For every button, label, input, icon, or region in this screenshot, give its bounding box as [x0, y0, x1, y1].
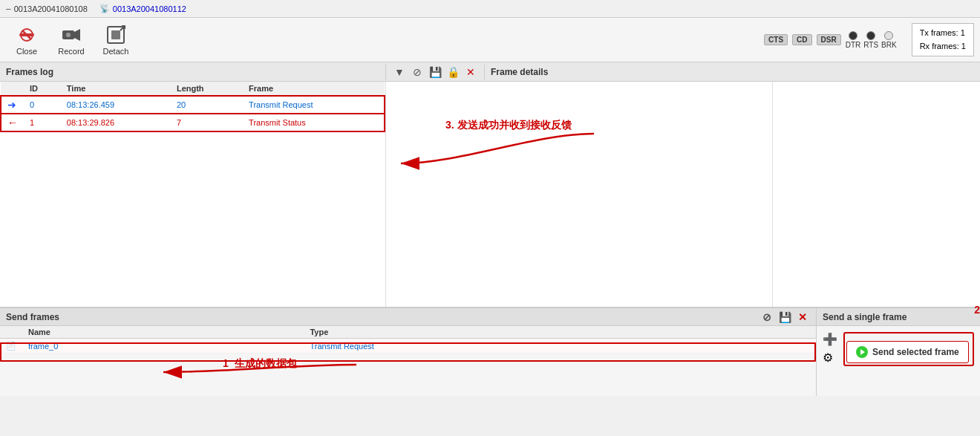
sf-close-icon[interactable]: ✕	[795, 310, 810, 325]
brk-led	[884, 31, 893, 40]
sf-col-type: Type	[304, 326, 816, 339]
close-log-icon[interactable]: ✕	[463, 65, 478, 79]
send-frames-row[interactable]: 📄 frame_0 Transmit Request	[0, 339, 816, 354]
bottom-section: Send frames ⊘ 💾 ✕ Name Type 📄	[0, 307, 980, 396]
clear-icon[interactable]: ⊘	[410, 65, 425, 79]
serial-indicators: CTS CD DSR DTR RTS BRK	[764, 31, 897, 49]
row-time-1: 08:13:29.826	[61, 114, 171, 131]
filter-icon[interactable]: ▼	[392, 65, 407, 79]
col-id: ID	[24, 82, 61, 96]
single-frame-header: Send a single frame	[817, 308, 980, 326]
step1-annotation: 1 生成的数据包	[223, 357, 297, 371]
tx-counter: Tx frames: 1	[920, 27, 966, 40]
frame-details-panel	[772, 82, 980, 307]
device-id-2: 0013A20041080112	[113, 4, 186, 13]
rts-led	[866, 31, 875, 40]
record-icon	[61, 25, 82, 45]
detach-label: Detach	[103, 47, 129, 56]
svg-rect-7	[111, 30, 120, 39]
sf-save-icon[interactable]: 💾	[777, 310, 792, 325]
frames-log-title: Frames log	[0, 64, 386, 80]
send-selected-frame-button[interactable]: Send selected frame	[846, 341, 969, 363]
save-icon[interactable]: 💾	[428, 65, 442, 79]
close-button[interactable]: Close	[6, 21, 48, 59]
row-id-0: 0	[24, 96, 61, 114]
dsr-badge: DSR	[817, 34, 841, 45]
dtr-led	[849, 31, 858, 40]
frames-table: ID Time Length Frame ➜ 0 08:13:26.459 20…	[0, 82, 385, 132]
detach-icon	[105, 25, 126, 45]
main-header: Frames log ▼ ⊘ 💾 🔒 ✕ Frame details	[0, 62, 980, 82]
col-frame: Frame	[243, 82, 385, 96]
device-id-1: 0013A20041080108	[14, 4, 88, 13]
row-length-0: 20	[171, 96, 243, 114]
col-time: Time	[61, 82, 171, 96]
options-icon[interactable]: ⚙	[823, 351, 837, 365]
frames-log-container: ID Time Length Frame ➜ 0 08:13:26.459 20…	[0, 82, 386, 307]
send-frames-title: Send frames	[6, 312, 59, 322]
row-time-0: 08:13:26.459	[61, 96, 171, 114]
row-id-1: 1	[24, 114, 61, 131]
cts-badge: CTS	[764, 34, 788, 45]
send-frames-panel: Send frames ⊘ 💾 ✕ Name Type 📄	[0, 308, 817, 396]
col-length: Length	[171, 82, 243, 96]
step2-annotation: 2 点击发送	[974, 304, 980, 317]
record-button[interactable]: Record	[50, 21, 92, 59]
play-icon	[856, 346, 868, 358]
row-frame-0[interactable]: Transmit Request	[243, 96, 385, 114]
title-icon2: 📡	[99, 4, 110, 13]
frames-log-tools: ▼ ⊘ 💾 🔒 ✕	[386, 65, 485, 79]
rx-counter: Rx frames: 1	[920, 40, 966, 53]
sf-col-name: Name	[22, 326, 304, 339]
send-frames-table: Name Type 📄 frame_0 Transmit Request	[0, 326, 816, 354]
detach-button[interactable]: Detach	[95, 21, 137, 59]
step1-text: 生成的数据包	[235, 357, 297, 369]
brk-label: BRK	[881, 41, 897, 49]
record-label: Record	[58, 47, 84, 56]
sf-row-name: frame_0	[22, 339, 304, 354]
sf-clear-icon[interactable]: ⊘	[760, 310, 774, 325]
single-frame-action-icons: ➕ ⚙	[823, 332, 837, 365]
led-group: DTR RTS BRK	[846, 31, 897, 49]
sf-row-icon: 📄	[0, 339, 22, 354]
svg-point-5	[66, 33, 71, 37]
out-arrow-icon: ➜	[7, 99, 16, 111]
lock-icon[interactable]: 🔒	[445, 65, 460, 79]
step1-num: 1	[223, 357, 229, 369]
table-row[interactable]: ➜ 0 08:13:26.459 20 Transmit Request	[1, 96, 385, 114]
title-bar: – 0013A20041080108 📡 0013A20041080112	[0, 0, 980, 18]
cd-badge: CD	[792, 34, 811, 45]
table-row[interactable]: ← 1 08:13:29.826 7 Transmit Status	[1, 114, 385, 131]
close-label: Close	[16, 47, 37, 56]
svg-marker-4	[74, 29, 80, 41]
annotation-area: 3. 发送成功并收到接收反馈	[386, 82, 772, 307]
txrx-counter: Tx frames: 1 Rx frames: 1	[912, 23, 974, 56]
title-icon: –	[6, 4, 11, 14]
send-frames-tools: ⊘ 💾 ✕	[760, 310, 810, 325]
send-btn-label: Send selected frame	[872, 347, 959, 357]
add-frame-icon[interactable]: ➕	[823, 332, 837, 346]
step3-annotation: 3. 发送成功并收到接收反馈	[445, 119, 572, 132]
toolbar: Close Record Detach CTS CD DSR	[0, 18, 980, 62]
frame-details-title: Frame details	[485, 64, 980, 80]
row-frame-1[interactable]: Transmit Status	[243, 114, 385, 131]
send-selected-frame-container: Send selected frame	[843, 332, 974, 366]
dtr-label: DTR	[846, 41, 861, 49]
in-arrow-icon: ←	[7, 117, 18, 128]
close-icon	[16, 25, 37, 45]
rts-label: RTS	[863, 41, 878, 49]
send-frames-header: Send frames ⊘ 💾 ✕	[0, 308, 816, 326]
sf-row-type: Transmit Request	[304, 339, 816, 354]
single-frame-panel: Send a single frame ➕ ⚙ Send selected fr…	[817, 308, 980, 396]
row-length-1: 7	[171, 114, 243, 131]
